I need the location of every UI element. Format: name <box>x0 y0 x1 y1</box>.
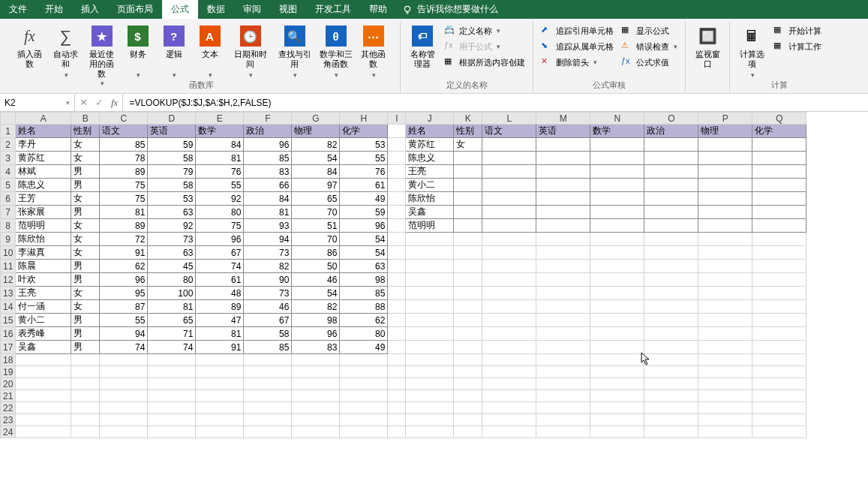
cell-D1[interactable]: 英语 <box>148 125 196 138</box>
cell-N22[interactable] <box>590 402 644 414</box>
cell-C22[interactable] <box>100 402 148 414</box>
cell-O5[interactable] <box>644 179 698 192</box>
cell-O14[interactable] <box>644 300 698 314</box>
cell-M15[interactable] <box>536 314 590 327</box>
cell-N2[interactable] <box>590 138 644 152</box>
cell-Q11[interactable] <box>752 260 806 273</box>
cell-M22[interactable] <box>536 402 590 414</box>
cell-D13[interactable]: 100 <box>148 287 196 300</box>
cell-P9[interactable] <box>698 233 752 246</box>
cell-O16[interactable] <box>644 327 698 341</box>
cell-C20[interactable] <box>100 378 148 390</box>
row-header-1[interactable]: 1 <box>1 125 16 138</box>
col-header-C[interactable]: C <box>100 113 148 125</box>
cell-I10[interactable] <box>388 246 406 260</box>
cell-G24[interactable] <box>292 426 340 438</box>
cell-A17[interactable]: 吴鑫 <box>16 341 71 354</box>
cell-N15[interactable] <box>590 314 644 327</box>
cell-M4[interactable] <box>536 165 590 179</box>
cell-O7[interactable] <box>644 206 698 219</box>
cell-E12[interactable]: 61 <box>196 273 244 287</box>
cell-P11[interactable] <box>698 260 752 273</box>
cell-C17[interactable]: 74 <box>100 341 148 354</box>
cell-C9[interactable]: 72 <box>100 233 148 246</box>
cell-G12[interactable]: 46 <box>292 273 340 287</box>
cell-P12[interactable] <box>698 273 752 287</box>
cell-K1[interactable]: 性别 <box>454 125 482 138</box>
cell-G1[interactable]: 物理 <box>292 125 340 138</box>
cell-L18[interactable] <box>482 354 536 366</box>
col-header-G[interactable]: G <box>292 113 340 125</box>
cell-B18[interactable] <box>71 354 100 366</box>
cell-H17[interactable]: 49 <box>340 341 388 354</box>
cell-G5[interactable]: 97 <box>292 179 340 192</box>
cell-K23[interactable] <box>454 414 482 426</box>
row-header-9[interactable]: 9 <box>1 233 16 246</box>
cell-P1[interactable]: 物理 <box>698 125 752 138</box>
cell-O18[interactable] <box>644 354 698 366</box>
cell-C8[interactable]: 89 <box>100 219 148 233</box>
cell-A23[interactable] <box>16 414 71 426</box>
cell-F10[interactable]: 73 <box>244 246 292 260</box>
col-header-F[interactable]: F <box>244 113 292 125</box>
cell-P21[interactable] <box>698 390 752 402</box>
cell-G14[interactable]: 82 <box>292 300 340 314</box>
cell-P10[interactable] <box>698 246 752 260</box>
cell-F1[interactable]: 政治 <box>244 125 292 138</box>
row-header-11[interactable]: 11 <box>1 260 16 273</box>
cell-E20[interactable] <box>196 378 244 390</box>
cell-E11[interactable]: 74 <box>196 260 244 273</box>
create-from-selection-button[interactable]: ▦根据所选内容创建 <box>441 55 528 70</box>
row-header-5[interactable]: 5 <box>1 179 16 192</box>
cell-J8[interactable]: 范明明 <box>406 219 454 233</box>
define-name-button[interactable]: 📇定义名称 <box>441 23 528 38</box>
cell-K9[interactable] <box>454 233 482 246</box>
cell-E21[interactable] <box>196 390 244 402</box>
cell-F19[interactable] <box>244 366 292 378</box>
cell-D24[interactable] <box>148 426 196 438</box>
cell-N17[interactable] <box>590 341 644 354</box>
cell-L16[interactable] <box>482 327 536 341</box>
cell-J2[interactable]: 黄苏红 <box>406 138 454 152</box>
cell-B15[interactable]: 男 <box>71 314 100 327</box>
cell-C11[interactable]: 62 <box>100 260 148 273</box>
cell-L1[interactable]: 语文 <box>482 125 536 138</box>
remove-arrows-button[interactable]: ✕删除箭头 <box>538 55 617 70</box>
cell-K12[interactable] <box>454 273 482 287</box>
cell-E22[interactable] <box>196 402 244 414</box>
cell-Q3[interactable] <box>752 152 806 165</box>
cell-A4[interactable]: 林斌 <box>16 165 71 179</box>
cell-B12[interactable]: 男 <box>71 273 100 287</box>
cell-K13[interactable] <box>454 287 482 300</box>
cell-O23[interactable] <box>644 414 698 426</box>
cell-A11[interactable]: 陈晨 <box>16 260 71 273</box>
cell-L17[interactable] <box>482 341 536 354</box>
col-header-P[interactable]: P <box>698 113 752 125</box>
cell-Q10[interactable] <box>752 246 806 260</box>
cell-O1[interactable]: 政治 <box>644 125 698 138</box>
cell-J18[interactable] <box>406 354 454 366</box>
cell-L3[interactable] <box>482 152 536 165</box>
cell-J1[interactable]: 姓名 <box>406 125 454 138</box>
cell-H23[interactable] <box>340 414 388 426</box>
accept-formula-button[interactable]: ✓ <box>95 97 104 108</box>
cell-B1[interactable]: 性别 <box>71 125 100 138</box>
cell-L20[interactable] <box>482 378 536 390</box>
cell-N11[interactable] <box>590 260 644 273</box>
cell-F21[interactable] <box>244 390 292 402</box>
cell-J10[interactable] <box>406 246 454 260</box>
math-trig-button[interactable]: θ 数学和三角函数 <box>317 23 355 89</box>
cell-P15[interactable] <box>698 314 752 327</box>
cell-K8[interactable] <box>454 219 482 233</box>
cell-M17[interactable] <box>536 341 590 354</box>
cell-Q18[interactable] <box>752 354 806 366</box>
cell-A10[interactable]: 李淑真 <box>16 246 71 260</box>
cell-J4[interactable]: 王亮 <box>406 165 454 179</box>
cell-N16[interactable] <box>590 327 644 341</box>
cell-K14[interactable] <box>454 300 482 314</box>
cell-F3[interactable]: 85 <box>244 152 292 165</box>
cell-I11[interactable] <box>388 260 406 273</box>
cell-J13[interactable] <box>406 287 454 300</box>
show-formulas-button[interactable]: ▦显示公式 <box>618 23 680 38</box>
cell-H21[interactable] <box>340 390 388 402</box>
